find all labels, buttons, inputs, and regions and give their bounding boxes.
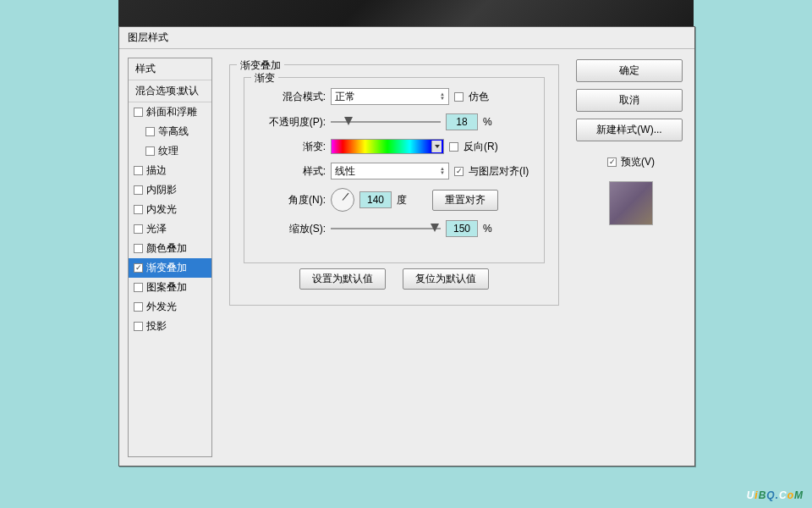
sidebar-item-label: 斜面和浮雕 xyxy=(146,105,197,119)
style-checkbox[interactable] xyxy=(134,322,143,331)
sidebar-item-label: 描边 xyxy=(146,163,167,178)
set-default-button[interactable]: 设置为默认值 xyxy=(299,268,386,290)
preview-checkbox[interactable] xyxy=(607,157,617,167)
align-label: 与图层对齐(I) xyxy=(469,164,529,179)
reverse-label: 反向(R) xyxy=(464,140,498,154)
reset-default-button[interactable]: 复位为默认值 xyxy=(403,268,489,290)
sidebar-item-label: 颜色叠加 xyxy=(146,241,187,256)
style-checkbox[interactable] xyxy=(134,244,143,253)
blend-options-item[interactable]: 混合选项:默认 xyxy=(129,80,211,102)
main-panel: 渐变叠加 渐变 混合模式: 正常 ▲▼ 仿色 不透明度(P): xyxy=(221,58,568,457)
blend-mode-select[interactable]: 正常 ▲▼ xyxy=(331,88,449,105)
cancel-button[interactable]: 取消 xyxy=(576,89,683,112)
style-checkbox[interactable] xyxy=(134,283,143,292)
style-sidebar: 样式 混合选项:默认 斜面和浮雕等高线纹理描边内阴影内发光光泽颜色叠加渐变叠加图… xyxy=(128,58,212,457)
sidebar-item-3[interactable]: 描边 xyxy=(129,161,211,180)
titlebar[interactable]: 图层样式 xyxy=(119,27,694,49)
opacity-slider[interactable] xyxy=(331,116,441,128)
style-checkbox[interactable] xyxy=(145,146,155,156)
ok-button[interactable]: 确定 xyxy=(576,59,683,82)
slider-thumb-icon[interactable] xyxy=(431,224,439,232)
sidebar-item-5[interactable]: 内发光 xyxy=(129,200,211,219)
style-label: 样式: xyxy=(256,164,326,179)
sidebar-item-label: 光泽 xyxy=(146,222,167,236)
dialog-title: 图层样式 xyxy=(128,30,168,45)
angle-label: 角度(N): xyxy=(256,193,326,207)
scale-slider[interactable] xyxy=(331,223,441,235)
sidebar-item-9[interactable]: 图案叠加 xyxy=(129,278,211,297)
slider-thumb-icon[interactable] xyxy=(344,117,353,125)
blend-mode-label: 混合模式: xyxy=(256,90,326,104)
style-checkbox[interactable] xyxy=(134,166,143,175)
dither-checkbox[interactable] xyxy=(454,92,464,102)
scale-input[interactable]: 150 xyxy=(446,220,478,237)
opacity-label: 不透明度(P): xyxy=(256,115,326,130)
gradient-picker[interactable] xyxy=(331,139,444,154)
new-style-button[interactable]: 新建样式(W)... xyxy=(576,119,683,141)
style-checkbox[interactable] xyxy=(145,127,155,136)
dither-label: 仿色 xyxy=(469,90,489,104)
sidebar-item-4[interactable]: 内阴影 xyxy=(129,180,211,200)
style-checkbox[interactable] xyxy=(134,224,143,234)
style-checkbox[interactable] xyxy=(134,205,143,214)
angle-input[interactable]: 140 xyxy=(359,191,392,208)
preview-label: 预览(V) xyxy=(621,155,655,169)
sidebar-item-label: 投影 xyxy=(146,319,167,334)
sidebar-item-7[interactable]: 颜色叠加 xyxy=(129,239,211,258)
inner-group-title: 渐变 xyxy=(251,71,278,86)
sidebar-item-10[interactable]: 外发光 xyxy=(129,297,211,317)
sidebar-item-0[interactable]: 斜面和浮雕 xyxy=(129,102,211,122)
layer-style-dialog: 图层样式 样式 混合选项:默认 斜面和浮雕等高线纹理描边内阴影内发光光泽颜色叠加… xyxy=(118,26,695,467)
style-select[interactable]: 线性 ▲▼ xyxy=(331,163,449,179)
sidebar-item-11[interactable]: 投影 xyxy=(129,317,211,336)
sidebar-item-label: 外发光 xyxy=(146,300,177,314)
preview-swatch xyxy=(609,181,653,225)
sidebar-item-label: 内发光 xyxy=(146,202,177,217)
sidebar-item-8[interactable]: 渐变叠加 xyxy=(129,258,211,278)
style-checkbox[interactable] xyxy=(134,185,143,195)
degree-label: 度 xyxy=(397,193,407,207)
select-arrows-icon: ▲▼ xyxy=(440,92,445,101)
sidebar-item-label: 等高线 xyxy=(158,124,189,139)
gradient-label: 渐变: xyxy=(256,140,326,154)
style-checkbox[interactable] xyxy=(134,108,143,117)
sidebar-header: 样式 xyxy=(129,58,211,80)
reverse-checkbox[interactable] xyxy=(449,142,458,152)
dropdown-icon[interactable] xyxy=(431,141,442,152)
sidebar-item-label: 纹理 xyxy=(158,144,178,158)
style-checkbox[interactable] xyxy=(134,263,143,273)
right-panel: 确定 取消 新建样式(W)... 预览(V) xyxy=(576,58,686,457)
angle-dial[interactable] xyxy=(331,188,354,212)
style-checkbox[interactable] xyxy=(134,302,143,312)
sidebar-item-label: 图案叠加 xyxy=(146,280,187,295)
sidebar-item-1[interactable]: 等高线 xyxy=(129,122,211,141)
opacity-input[interactable]: 18 xyxy=(446,113,478,130)
select-arrows-icon: ▲▼ xyxy=(440,167,445,175)
reset-align-button[interactable]: 重置对齐 xyxy=(432,190,498,211)
align-checkbox[interactable] xyxy=(454,167,464,176)
sidebar-item-label: 内阴影 xyxy=(146,183,177,197)
sidebar-item-6[interactable]: 光泽 xyxy=(129,219,211,239)
scale-label: 缩放(S): xyxy=(256,222,326,236)
sidebar-item-2[interactable]: 纹理 xyxy=(129,141,211,161)
watermark: UiBQ.CoM xyxy=(747,483,804,503)
sidebar-item-label: 渐变叠加 xyxy=(146,261,187,275)
